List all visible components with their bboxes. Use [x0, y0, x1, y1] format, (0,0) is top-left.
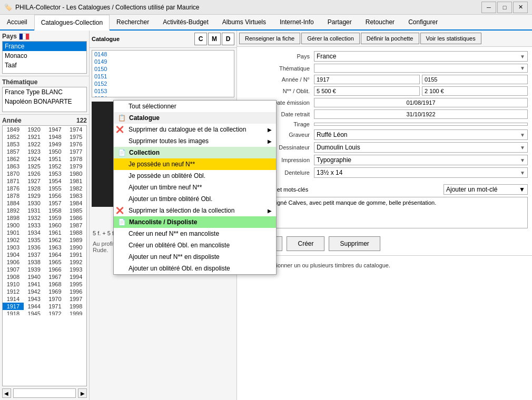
theme-list[interactable]: France Type BLANCNapoléon BONAPARTE [2, 87, 87, 112]
year-cell[interactable]: 1904 [3, 251, 24, 258]
btn-c[interactable]: C [194, 33, 207, 45]
maximize-button[interactable]: □ [497, 2, 512, 13]
year-cell[interactable]: 1927 [24, 177, 45, 185]
context-menu-item[interactable]: Je possède un oblitéré Obl. [114, 170, 276, 182]
year-cell[interactable]: 1935 [24, 236, 45, 244]
year-cell[interactable]: 1921 [24, 133, 45, 141]
supprimer-button[interactable]: Supprimer [329, 236, 380, 251]
year-cell[interactable]: 1903 [3, 244, 24, 251]
year-cell[interactable]: 1955 [45, 185, 66, 192]
year-cell[interactable]: 1991 [65, 251, 86, 258]
year-cell[interactable]: 1941 [24, 281, 45, 288]
dentelure-value[interactable]: 13½ x 14 ▼ [314, 167, 528, 178]
year-cell[interactable]: 1983 [65, 192, 86, 199]
year-scroll[interactable]: 1849192019471974185219211948197518531922… [3, 126, 86, 315]
year-cell[interactable]: 1876 [3, 185, 24, 192]
catalogue-num-item[interactable]: 0149 [92, 58, 234, 65]
menu-item-rechercher[interactable]: Rechercher [110, 15, 156, 29]
context-menu-item[interactable]: Tout sélectionner [114, 101, 276, 112]
year-cell[interactable]: 1995 [65, 281, 86, 288]
year-cell[interactable]: 1898 [3, 214, 24, 222]
year-cell[interactable]: 1945 [24, 310, 45, 315]
year-cell[interactable]: 1938 [24, 258, 45, 266]
year-cell[interactable]: 1917 [3, 303, 24, 310]
year-cell[interactable]: 1954 [45, 177, 66, 185]
menu-item-retoucher[interactable]: Retoucher [359, 15, 401, 29]
menu-item-activit-s-budget[interactable]: Activités-Budget [156, 15, 215, 29]
year-cell[interactable]: 1934 [24, 229, 45, 236]
year-cell[interactable]: 1961 [45, 229, 66, 236]
year-cell[interactable]: 1959 [45, 214, 66, 222]
year-cell[interactable]: 1980 [65, 170, 86, 177]
year-cell[interactable]: 1928 [24, 185, 45, 192]
year-cell[interactable]: 1956 [45, 192, 66, 199]
theme-item[interactable]: France Type BLANC [3, 87, 86, 97]
year-cell[interactable]: 1933 [24, 222, 45, 229]
menu-item-catalogues-collection[interactable]: Catalogues-Collection [34, 15, 110, 31]
year-cell[interactable]: 1920 [24, 126, 45, 133]
year-cell[interactable]: 1963 [45, 244, 66, 251]
country-item[interactable]: Taaf [3, 61, 86, 70]
year-cell[interactable]: 1999 [65, 310, 86, 315]
gerer-btn[interactable]: Gérer la collection [301, 33, 360, 44]
context-menu-item[interactable]: Ajouter un neuf N** en dispoliste [114, 251, 276, 263]
year-cell[interactable]: 1857 [3, 148, 24, 155]
context-menu-item[interactable]: Ajouter un timbre oblitéré Obl. [114, 193, 276, 205]
year-cell[interactable]: 1971 [45, 303, 66, 310]
year-cell[interactable]: 1900 [3, 222, 24, 229]
year-cell[interactable]: 1914 [3, 295, 24, 303]
year-cell[interactable]: 1985 [65, 207, 86, 214]
year-cell[interactable]: 1996 [65, 288, 86, 295]
statistiques-btn[interactable]: Voir les statistiques [420, 33, 481, 44]
year-cell[interactable]: 1964 [45, 251, 66, 258]
pays-field[interactable]: France ▼ [314, 51, 528, 62]
year-cell[interactable]: 1871 [3, 177, 24, 185]
year-cell[interactable]: 1949 [45, 141, 66, 148]
year-cell[interactable]: 1970 [45, 295, 66, 303]
year-cell[interactable]: 1944 [24, 303, 45, 310]
year-cell[interactable]: 1975 [65, 133, 86, 141]
thematique-field[interactable]: ▼ [314, 64, 528, 73]
year-cell[interactable]: 1977 [65, 148, 86, 155]
context-menu-item[interactable]: Ajouter un oblitéré Obl. en dispoliste [114, 263, 276, 274]
menu-item-albums-virtuels[interactable]: Albums Virtuels [215, 15, 273, 29]
catalogue-num-item[interactable]: 0150 [92, 65, 234, 73]
year-cell[interactable]: 1908 [3, 273, 24, 281]
context-menu-item[interactable]: Supprimer toutes les images▶ [114, 135, 276, 147]
year-cell[interactable]: 1942 [24, 288, 45, 295]
year-cell[interactable]: 1918 [3, 310, 24, 315]
year-cell[interactable]: 1931 [24, 207, 45, 214]
year-cell[interactable]: 1870 [3, 170, 24, 177]
year-cell[interactable]: 1929 [24, 192, 45, 199]
year-cell[interactable]: 1930 [24, 199, 45, 207]
year-cell[interactable]: 1987 [65, 222, 86, 229]
creer-button[interactable]: Créer [287, 236, 324, 251]
year-cell[interactable]: 1998 [65, 303, 86, 310]
year-cell[interactable]: 1976 [65, 141, 86, 148]
impression-value[interactable]: Typographie ▼ [314, 155, 528, 165]
btn-d[interactable]: D [222, 33, 234, 45]
year-cell[interactable]: 1997 [65, 295, 86, 303]
country-item[interactable]: France [3, 42, 86, 51]
year-scroll-right[interactable]: ▶ [78, 388, 87, 398]
year-cell[interactable]: 1849 [3, 126, 24, 133]
context-menu-item[interactable]: Créer un oblitéré Obl. en mancoliste [114, 239, 276, 251]
year-cell[interactable]: 1993 [65, 266, 86, 273]
year-cell[interactable]: 1937 [24, 251, 45, 258]
country-item[interactable]: Monaco [3, 51, 86, 61]
year-cell[interactable]: 1892 [3, 207, 24, 214]
context-menu-item[interactable]: Créer un neuf N** en mancoliste [114, 228, 276, 239]
year-cell[interactable]: 1967 [45, 273, 66, 281]
year-cell[interactable]: 1923 [24, 148, 45, 155]
year-scroll-left[interactable]: ◀ [2, 388, 11, 398]
year-cell[interactable]: 1863 [3, 163, 24, 170]
year-cell[interactable]: 1950 [45, 148, 66, 155]
year-cell[interactable]: 1907 [3, 266, 24, 273]
menu-item-accueil[interactable]: Accueil [0, 15, 34, 29]
date-emission-value[interactable]: 01/08/1917 [314, 98, 528, 107]
year-cell[interactable]: 1901 [3, 229, 24, 236]
year-cell[interactable]: 1966 [45, 266, 66, 273]
year-cell[interactable]: 1932 [24, 214, 45, 222]
year-cell[interactable]: 1862 [3, 155, 24, 163]
year-cell[interactable]: 1953 [45, 170, 66, 177]
